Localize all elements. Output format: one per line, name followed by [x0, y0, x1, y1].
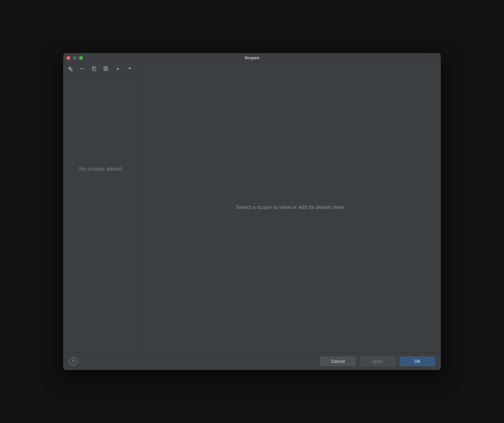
svg-rect-0 [80, 68, 84, 69]
dialog-footer: ? Cancel Apply OK [63, 352, 441, 370]
scopes-dialog: Scopes [63, 53, 441, 370]
cancel-button[interactable]: Cancel [320, 357, 356, 366]
sidebar: No scopes added. [63, 63, 139, 352]
remove-icon [79, 66, 84, 71]
chevron-down-icon [128, 66, 132, 71]
window-title: Scopes [63, 55, 441, 60]
sidebar-toolbar [63, 63, 139, 75]
svg-rect-2 [93, 68, 96, 71]
chevron-up-icon [116, 66, 120, 71]
help-icon: ? [72, 359, 74, 364]
detail-hint: Select a scope to view or edit its detai… [236, 204, 344, 211]
save-icon [103, 66, 108, 71]
detail-pane: Select a scope to view or edit its detai… [139, 63, 441, 352]
window-minimize-button[interactable] [73, 56, 77, 60]
add-icon [67, 66, 73, 71]
title-bar: Scopes [63, 53, 441, 63]
move-down-button[interactable] [126, 65, 134, 73]
save-scope-button[interactable] [102, 65, 110, 73]
window-zoom-button[interactable] [79, 56, 83, 60]
window-close-button[interactable] [66, 56, 70, 60]
help-button[interactable]: ? [69, 357, 77, 365]
svg-rect-3 [105, 67, 106, 68]
copy-icon [91, 66, 96, 71]
empty-scopes-label: No scopes added. [79, 166, 123, 172]
ok-button[interactable]: OK [400, 357, 435, 366]
apply-button[interactable]: Apply [360, 357, 395, 366]
svg-rect-4 [105, 69, 107, 70]
remove-scope-button[interactable] [78, 65, 86, 73]
add-scope-button[interactable] [66, 65, 74, 73]
scopes-list: No scopes added. [63, 75, 139, 352]
copy-scope-button[interactable] [90, 65, 98, 73]
move-up-button[interactable] [114, 65, 122, 73]
cancel-button-label: Cancel [331, 359, 345, 364]
apply-button-label: Apply [372, 359, 383, 364]
ok-button-label: OK [414, 359, 421, 364]
